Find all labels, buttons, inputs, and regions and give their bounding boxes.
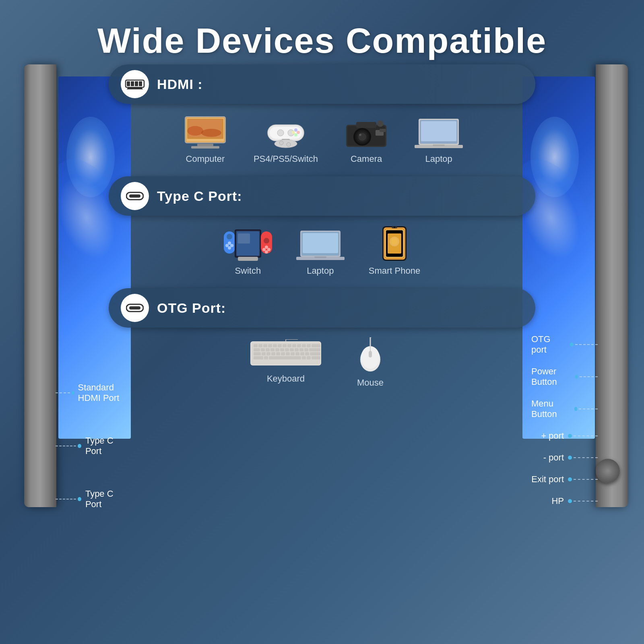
svg-rect-101 <box>295 348 299 351</box>
svg-rect-122 <box>312 356 320 359</box>
svg-point-49 <box>228 246 231 250</box>
mouse-label: Mouse <box>357 378 384 388</box>
svg-rect-3 <box>135 81 138 86</box>
switch-image <box>224 225 272 262</box>
svg-rect-112 <box>291 352 295 355</box>
svg-point-9 <box>187 126 203 136</box>
svg-rect-85 <box>278 344 282 347</box>
camera-label: Camera <box>351 154 382 164</box>
annotation-typec2: Type C Port <box>56 489 125 510</box>
center-panel: HDMI : Computer <box>109 64 535 400</box>
smartphone-label: Smart Phone <box>369 266 420 276</box>
svg-rect-115 <box>305 352 309 355</box>
exit-port-label: Exit port <box>531 474 564 485</box>
svg-point-10 <box>201 129 221 137</box>
power-btn-label: Power Button <box>531 366 571 387</box>
keyboard-icon <box>250 339 322 367</box>
svg-rect-94 <box>261 348 265 351</box>
typec-title: Type C Port: <box>157 188 242 204</box>
svg-rect-119 <box>269 356 301 359</box>
hdmi-icon-svg <box>125 78 145 90</box>
svg-point-19 <box>294 133 297 136</box>
svg-rect-33 <box>356 122 376 128</box>
laptop2-icon <box>296 227 345 261</box>
svg-rect-4 <box>139 81 142 86</box>
typec-icon-svg <box>126 191 144 201</box>
laptop-icon <box>415 115 463 149</box>
right-port-annotations: OTG port Power Button Menu Button + port… <box>531 334 598 506</box>
device-computer: Computer <box>181 114 229 164</box>
otg-title: OTG Port: <box>157 300 226 316</box>
otg-port-label: OTG port <box>531 334 566 355</box>
otg-icon-svg <box>126 303 144 313</box>
svg-rect-113 <box>295 352 299 355</box>
monitor-left-body <box>24 64 56 507</box>
otg-section-bar: OTG Port: <box>109 288 535 328</box>
otg-icon <box>121 294 149 322</box>
smartphone-icon <box>380 225 409 262</box>
svg-rect-35 <box>380 129 386 132</box>
svg-point-46 <box>230 244 233 247</box>
svg-rect-90 <box>302 344 306 347</box>
typec-devices-row: Switch Laptop <box>109 225 535 276</box>
annotation-minus-port: - port <box>531 452 598 463</box>
svg-point-17 <box>294 128 297 132</box>
svg-rect-89 <box>297 344 301 347</box>
typec-section-bar: Type C Port: <box>109 176 535 216</box>
svg-point-47 <box>225 244 229 247</box>
svg-rect-98 <box>280 348 284 351</box>
plus-port-label: + port <box>541 431 564 441</box>
switch-icon <box>224 225 272 262</box>
svg-point-31 <box>359 134 361 136</box>
svg-point-57 <box>262 248 266 251</box>
annotation-menu: Menu Button <box>531 398 598 419</box>
computer-icon <box>183 115 227 149</box>
svg-rect-106 <box>262 352 266 355</box>
svg-point-48 <box>228 242 231 245</box>
svg-rect-38 <box>421 121 456 141</box>
svg-rect-53 <box>238 233 250 244</box>
svg-rect-43 <box>129 194 140 198</box>
svg-rect-93 <box>254 348 260 351</box>
svg-rect-114 <box>300 352 304 355</box>
annotation-typec1: Type C Port <box>56 436 125 456</box>
laptop2-label: Laptop <box>307 266 334 276</box>
monitor-right-body <box>596 64 628 507</box>
playstation-label: PS4/PS5/Switch <box>254 154 318 164</box>
laptop-label: Laptop <box>425 154 452 164</box>
svg-point-55 <box>264 238 269 244</box>
typec1-port-label: Type C Port <box>85 436 125 456</box>
svg-rect-120 <box>302 356 306 359</box>
svg-rect-100 <box>290 348 294 351</box>
device-keyboard: Keyboard <box>250 337 322 388</box>
monitor-right: OTG port Power Button Menu Button + port… <box>531 64 644 580</box>
svg-rect-104 <box>309 348 320 351</box>
camera-image <box>342 114 390 150</box>
svg-rect-2 <box>131 81 134 86</box>
hp-label: HP <box>551 496 564 506</box>
mouse-icon <box>356 337 384 374</box>
svg-rect-107 <box>266 352 270 355</box>
svg-rect-81 <box>258 344 262 347</box>
svg-rect-1 <box>127 81 130 86</box>
hdmi-section-bar: HDMI : <box>109 64 535 104</box>
svg-rect-83 <box>268 344 272 347</box>
computer-label: Computer <box>186 154 225 164</box>
svg-rect-103 <box>304 348 308 351</box>
keyboard-image <box>250 337 322 369</box>
svg-point-24 <box>287 142 291 147</box>
svg-rect-84 <box>273 344 277 347</box>
svg-rect-110 <box>281 352 285 355</box>
monitor-knob <box>596 459 620 483</box>
svg-rect-95 <box>266 348 270 351</box>
laptop-image <box>415 114 463 150</box>
svg-rect-118 <box>264 356 268 359</box>
page-title: Wide Devices Compatible <box>0 0 644 73</box>
svg-rect-108 <box>271 352 275 355</box>
svg-point-23 <box>279 141 283 145</box>
device-playstation: PS4/PS5/Switch <box>254 114 318 164</box>
svg-rect-117 <box>254 356 263 359</box>
hdmi-icon <box>121 70 149 98</box>
device-mouse: Mouse <box>346 337 394 388</box>
svg-point-18 <box>297 131 300 134</box>
